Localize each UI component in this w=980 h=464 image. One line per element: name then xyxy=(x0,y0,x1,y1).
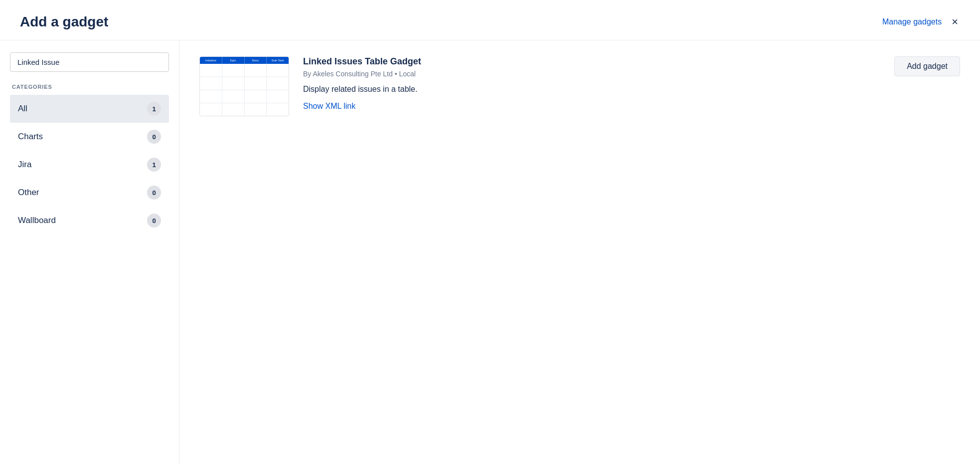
dialog-body: CATEGORIES All 1 Charts 0 Jira 1 Other 0 xyxy=(0,40,980,464)
mini-table-row-1 xyxy=(200,64,289,77)
mini-table-row-3 xyxy=(200,90,289,103)
show-xml-link[interactable]: Show XML link xyxy=(303,102,355,110)
mini-table-row-2 xyxy=(200,77,289,90)
mini-table-preview: Initiative Epic Story Sub-Task xyxy=(200,57,289,116)
mini-table-cell xyxy=(200,103,222,116)
category-label-all: All xyxy=(18,104,27,114)
mini-table-cell xyxy=(267,103,289,116)
search-input[interactable] xyxy=(10,52,169,72)
category-item-other[interactable]: Other 0 xyxy=(10,179,169,207)
mini-table-cell xyxy=(200,64,222,76)
mini-table-cell xyxy=(200,90,222,103)
mini-table-cell xyxy=(222,90,245,103)
add-gadget-button[interactable]: Add gadget xyxy=(894,56,960,76)
mini-table-cell xyxy=(200,77,222,89)
mini-table-cell xyxy=(267,77,289,89)
gadget-name: Linked Issues Table Gadget xyxy=(303,56,880,67)
dialog-title: Add a gadget xyxy=(20,14,108,30)
mini-table-col-epic: Epic xyxy=(222,57,245,64)
mini-table-row-4 xyxy=(200,103,289,116)
mini-table-cell xyxy=(245,103,267,116)
mini-table-cell xyxy=(245,64,267,76)
category-label-charts: Charts xyxy=(18,132,43,142)
mini-table-cell xyxy=(245,77,267,89)
category-label-other: Other xyxy=(18,188,39,198)
mini-table-col-subtask: Sub-Task xyxy=(267,57,289,64)
gadget-info: Linked Issues Table Gadget By Akeles Con… xyxy=(303,56,880,111)
category-item-jira[interactable]: Jira 1 xyxy=(10,151,169,179)
mini-table-header: Initiative Epic Story Sub-Task xyxy=(200,57,289,64)
main-content: Initiative Epic Story Sub-Task xyxy=(179,40,980,464)
gadget-thumbnail: Initiative Epic Story Sub-Task xyxy=(199,56,289,116)
category-item-wallboard[interactable]: Wallboard 0 xyxy=(10,207,169,234)
categories-label: CATEGORIES xyxy=(10,84,169,90)
mini-table-cell xyxy=(222,103,245,116)
mini-table-cell xyxy=(245,90,267,103)
close-button[interactable]: × xyxy=(950,14,960,29)
mini-table-cell xyxy=(222,77,245,89)
category-badge-jira: 1 xyxy=(147,158,161,172)
mini-table-body xyxy=(200,64,289,116)
category-badge-other: 0 xyxy=(147,186,161,200)
category-item-charts[interactable]: Charts 0 xyxy=(10,123,169,151)
category-badge-wallboard: 0 xyxy=(147,214,161,228)
mini-table-cell xyxy=(267,90,289,103)
mini-table-cell xyxy=(267,64,289,76)
add-gadget-dialog: Add a gadget Manage gadgets × CATEGORIES… xyxy=(0,0,980,464)
mini-table-col-initiative: Initiative xyxy=(200,57,222,64)
mini-table-cell xyxy=(222,64,245,76)
category-list: All 1 Charts 0 Jira 1 Other 0 Wallboard xyxy=(10,95,169,234)
sidebar: CATEGORIES All 1 Charts 0 Jira 1 Other 0 xyxy=(0,40,179,464)
gadget-result: Initiative Epic Story Sub-Task xyxy=(199,56,960,116)
category-badge-charts: 0 xyxy=(147,130,161,144)
gadget-description: Display related issues in a table. xyxy=(303,85,880,94)
category-badge-all: 1 xyxy=(147,102,161,116)
dialog-header: Add a gadget Manage gadgets × xyxy=(0,0,980,40)
category-item-all[interactable]: All 1 xyxy=(10,95,169,123)
gadget-author: By Akeles Consulting Pte Ltd • Local xyxy=(303,70,880,78)
mini-table-col-story: Story xyxy=(245,57,267,64)
header-actions: Manage gadgets × xyxy=(882,14,960,29)
category-label-wallboard: Wallboard xyxy=(18,216,56,226)
manage-gadgets-link[interactable]: Manage gadgets xyxy=(882,17,942,26)
category-label-jira: Jira xyxy=(18,160,31,170)
